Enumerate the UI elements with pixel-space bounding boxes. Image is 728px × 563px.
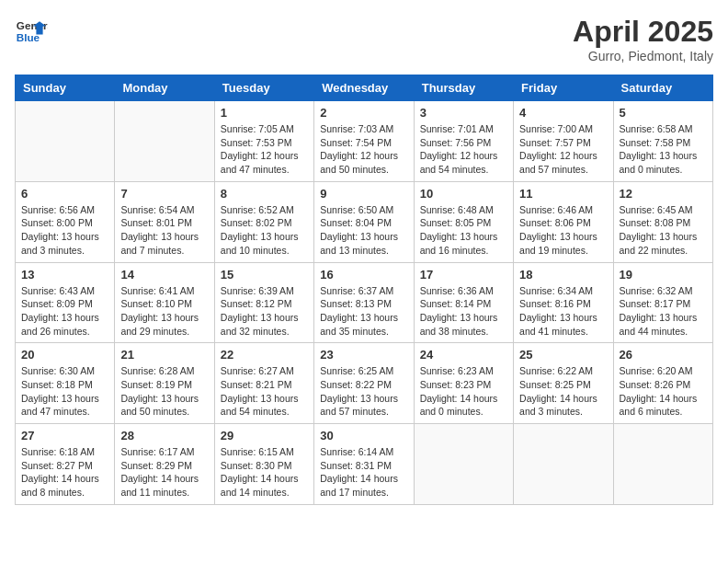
day-number: 21 — [120, 348, 208, 362]
calendar-cell: 16Sunrise: 6:37 AMSunset: 8:13 PMDayligh… — [314, 262, 414, 343]
calendar-cell: 15Sunrise: 6:39 AMSunset: 8:12 PMDayligh… — [214, 262, 313, 343]
day-number: 28 — [120, 429, 208, 442]
day-info: Sunrise: 6:25 AMSunset: 8:22 PMDaylight:… — [320, 364, 407, 419]
day-number: 13 — [21, 268, 108, 282]
calendar-cell — [115, 101, 214, 182]
day-info: Sunrise: 7:01 AMSunset: 7:56 PMDaylight:… — [420, 122, 507, 177]
calendar-cell: 22Sunrise: 6:27 AMSunset: 8:21 PMDayligh… — [214, 343, 313, 424]
day-number: 12 — [620, 187, 707, 201]
month-title: April 2025 — [573, 15, 713, 49]
day-number: 9 — [320, 187, 407, 201]
day-number: 14 — [120, 268, 208, 282]
day-number: 26 — [620, 348, 707, 362]
calendar-cell: 13Sunrise: 6:43 AMSunset: 8:09 PMDayligh… — [16, 262, 115, 343]
logo-icon: General Blue — [15, 15, 48, 48]
day-info: Sunrise: 6:23 AMSunset: 8:23 PMDaylight:… — [420, 364, 507, 419]
day-header-wednesday: Wednesday — [314, 75, 414, 101]
day-number: 16 — [320, 268, 407, 282]
calendar-table: SundayMondayTuesdayWednesdayThursdayFrid… — [15, 75, 713, 505]
day-info: Sunrise: 7:00 AMSunset: 7:57 PMDaylight:… — [519, 122, 607, 177]
day-number: 6 — [21, 187, 108, 201]
day-info: Sunrise: 6:50 AMSunset: 8:04 PMDaylight:… — [320, 203, 407, 258]
calendar-week-2: 6Sunrise: 6:56 AMSunset: 8:00 PMDaylight… — [16, 181, 713, 262]
day-info: Sunrise: 6:36 AMSunset: 8:14 PMDaylight:… — [420, 284, 507, 339]
calendar-cell: 3Sunrise: 7:01 AMSunset: 7:56 PMDaylight… — [414, 101, 513, 182]
day-number: 2 — [320, 106, 407, 120]
day-header-sunday: Sunday — [16, 75, 115, 101]
day-number: 8 — [221, 187, 308, 201]
day-number: 20 — [21, 348, 108, 362]
day-info: Sunrise: 6:20 AMSunset: 8:26 PMDaylight:… — [620, 364, 707, 419]
calendar-cell: 18Sunrise: 6:34 AMSunset: 8:16 PMDayligh… — [514, 262, 613, 343]
day-number: 29 — [221, 429, 308, 442]
calendar-cell — [414, 424, 513, 505]
title-block: April 2025 Gurro, Piedmont, Italy — [573, 15, 713, 63]
calendar-cell: 17Sunrise: 6:36 AMSunset: 8:14 PMDayligh… — [414, 262, 513, 343]
day-number: 1 — [221, 106, 308, 120]
day-header-monday: Monday — [115, 75, 214, 101]
calendar-cell: 24Sunrise: 6:23 AMSunset: 8:23 PMDayligh… — [414, 343, 513, 424]
calendar-cell: 4Sunrise: 7:00 AMSunset: 7:57 PMDaylight… — [514, 101, 613, 182]
calendar-week-5: 27Sunrise: 6:18 AMSunset: 8:27 PMDayligh… — [16, 424, 713, 505]
day-info: Sunrise: 6:37 AMSunset: 8:13 PMDaylight:… — [320, 284, 407, 339]
day-number: 10 — [420, 187, 507, 201]
day-number: 30 — [320, 429, 407, 442]
day-info: Sunrise: 6:46 AMSunset: 8:06 PMDaylight:… — [519, 203, 607, 258]
day-info: Sunrise: 6:14 AMSunset: 8:31 PMDaylight:… — [320, 445, 407, 500]
calendar-cell: 10Sunrise: 6:48 AMSunset: 8:05 PMDayligh… — [414, 181, 513, 262]
day-info: Sunrise: 6:45 AMSunset: 8:08 PMDaylight:… — [620, 203, 707, 258]
day-number: 15 — [221, 268, 308, 282]
day-info: Sunrise: 6:15 AMSunset: 8:30 PMDaylight:… — [221, 445, 308, 500]
day-info: Sunrise: 7:05 AMSunset: 7:53 PMDaylight:… — [221, 122, 308, 177]
day-info: Sunrise: 6:41 AMSunset: 8:10 PMDaylight:… — [120, 284, 208, 339]
day-info: Sunrise: 6:34 AMSunset: 8:16 PMDaylight:… — [519, 284, 607, 339]
calendar-cell: 6Sunrise: 6:56 AMSunset: 8:00 PMDaylight… — [16, 181, 115, 262]
day-number: 23 — [320, 348, 407, 362]
calendar-cell: 2Sunrise: 7:03 AMSunset: 7:54 PMDaylight… — [314, 101, 414, 182]
calendar-cell: 28Sunrise: 6:17 AMSunset: 8:29 PMDayligh… — [115, 424, 214, 505]
calendar-cell: 5Sunrise: 6:58 AMSunset: 7:58 PMDaylight… — [613, 101, 712, 182]
calendar-cell: 29Sunrise: 6:15 AMSunset: 8:30 PMDayligh… — [214, 424, 313, 505]
day-info: Sunrise: 6:32 AMSunset: 8:17 PMDaylight:… — [620, 284, 707, 339]
calendar-cell: 20Sunrise: 6:30 AMSunset: 8:18 PMDayligh… — [16, 343, 115, 424]
day-header-saturday: Saturday — [613, 75, 712, 101]
day-info: Sunrise: 6:48 AMSunset: 8:05 PMDaylight:… — [420, 203, 507, 258]
day-info: Sunrise: 6:28 AMSunset: 8:19 PMDaylight:… — [120, 364, 208, 419]
day-header-tuesday: Tuesday — [214, 75, 313, 101]
location-subtitle: Gurro, Piedmont, Italy — [573, 49, 713, 63]
calendar-cell: 9Sunrise: 6:50 AMSunset: 8:04 PMDaylight… — [314, 181, 414, 262]
day-info: Sunrise: 6:22 AMSunset: 8:25 PMDaylight:… — [519, 364, 607, 419]
calendar-cell: 19Sunrise: 6:32 AMSunset: 8:17 PMDayligh… — [613, 262, 712, 343]
day-info: Sunrise: 6:56 AMSunset: 8:00 PMDaylight:… — [21, 203, 108, 258]
calendar-header-row: SundayMondayTuesdayWednesdayThursdayFrid… — [16, 75, 713, 101]
day-number: 4 — [519, 106, 607, 120]
day-info: Sunrise: 6:52 AMSunset: 8:02 PMDaylight:… — [221, 203, 308, 258]
day-number: 27 — [21, 429, 108, 442]
calendar-cell: 26Sunrise: 6:20 AMSunset: 8:26 PMDayligh… — [613, 343, 712, 424]
day-number: 22 — [221, 348, 308, 362]
calendar-cell: 14Sunrise: 6:41 AMSunset: 8:10 PMDayligh… — [115, 262, 214, 343]
day-number: 18 — [519, 268, 607, 282]
calendar-cell: 30Sunrise: 6:14 AMSunset: 8:31 PMDayligh… — [314, 424, 414, 505]
day-number: 24 — [420, 348, 507, 362]
day-number: 3 — [420, 106, 507, 120]
calendar-cell — [514, 424, 613, 505]
calendar-cell: 11Sunrise: 6:46 AMSunset: 8:06 PMDayligh… — [514, 181, 613, 262]
day-info: Sunrise: 6:30 AMSunset: 8:18 PMDaylight:… — [21, 364, 108, 419]
calendar-week-4: 20Sunrise: 6:30 AMSunset: 8:18 PMDayligh… — [16, 343, 713, 424]
calendar-cell: 12Sunrise: 6:45 AMSunset: 8:08 PMDayligh… — [613, 181, 712, 262]
day-number: 19 — [620, 268, 707, 282]
day-info: Sunrise: 7:03 AMSunset: 7:54 PMDaylight:… — [320, 122, 407, 177]
calendar-cell: 8Sunrise: 6:52 AMSunset: 8:02 PMDaylight… — [214, 181, 313, 262]
calendar-cell — [613, 424, 712, 505]
calendar-cell: 1Sunrise: 7:05 AMSunset: 7:53 PMDaylight… — [214, 101, 313, 182]
calendar-cell: 21Sunrise: 6:28 AMSunset: 8:19 PMDayligh… — [115, 343, 214, 424]
calendar-cell: 7Sunrise: 6:54 AMSunset: 8:01 PMDaylight… — [115, 181, 214, 262]
calendar-cell: 23Sunrise: 6:25 AMSunset: 8:22 PMDayligh… — [314, 343, 414, 424]
day-info: Sunrise: 6:43 AMSunset: 8:09 PMDaylight:… — [21, 284, 108, 339]
day-header-friday: Friday — [514, 75, 613, 101]
calendar-cell: 25Sunrise: 6:22 AMSunset: 8:25 PMDayligh… — [514, 343, 613, 424]
day-info: Sunrise: 6:17 AMSunset: 8:29 PMDaylight:… — [120, 445, 208, 500]
day-number: 5 — [620, 106, 707, 120]
day-number: 17 — [420, 268, 507, 282]
